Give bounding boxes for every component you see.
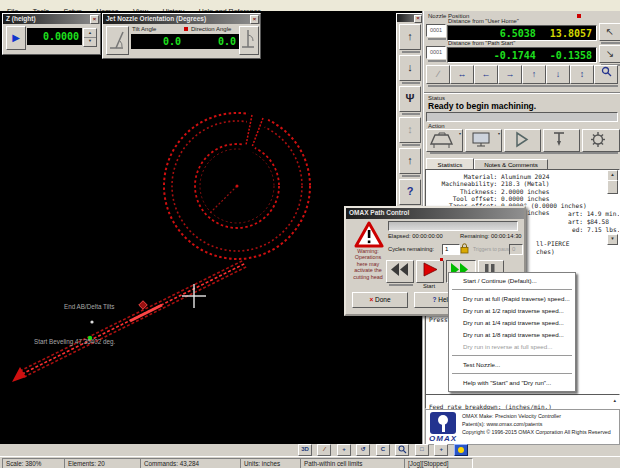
omax-wordmark: OMAX xyxy=(429,434,457,443)
magnifier-icon xyxy=(601,66,612,77)
zoom-button[interactable] xyxy=(395,444,409,456)
jog-diagonal-button[interactable]: ∕ xyxy=(426,65,450,84)
home-distance-label: Distance from "User Home" xyxy=(448,18,519,24)
tilt-angle-label: Tilt Angle xyxy=(132,26,156,32)
change-path-setup-button[interactable]: ▾ xyxy=(465,129,502,152)
jog-xy-button[interactable]: ↔ xyxy=(450,65,474,84)
tilt-angle-readout: 0.0 xyxy=(131,34,187,49)
path-control-title[interactable]: OMAX Path Control xyxy=(346,208,524,219)
nozzle-down-button[interactable]: ↓ xyxy=(399,55,421,81)
stat-material: Material: Aluminum 2024 xyxy=(434,173,619,180)
jog-updown-button[interactable]: ↕ xyxy=(570,65,594,84)
menu-item-dry-run-eighth[interactable]: Dry run at 1/8 rapid traverse speed... xyxy=(449,329,575,341)
stats-fragment: art: $84.58 xyxy=(568,218,609,225)
scrollbar-thumb[interactable] xyxy=(607,180,618,194)
palette-help-button[interactable]: ? xyxy=(399,179,421,205)
end-tilt-marker xyxy=(90,320,93,323)
close-icon[interactable]: × xyxy=(414,15,422,23)
jog-left-button[interactable]: ← xyxy=(474,65,498,84)
direction-diagram-icon xyxy=(240,27,256,52)
statusbar-units: Units: inches xyxy=(240,458,301,468)
action-button-row: ▾ ▾ xyxy=(426,129,620,155)
menu-item-start-continue[interactable]: Start / Continue (Default)... xyxy=(449,275,575,287)
start-alert-dot xyxy=(440,258,443,261)
scrollbar-down-button[interactable]: ▼ xyxy=(607,234,618,245)
jog-up-button[interactable]: ↑ xyxy=(522,65,546,84)
pan-button[interactable]: + xyxy=(337,444,351,456)
dialog-warning-text: Warning: Operations here may activate th… xyxy=(348,248,388,280)
cycles-remaining-input[interactable]: 1 xyxy=(442,244,460,255)
active-tool-button[interactable] xyxy=(454,444,468,456)
statusbar-path-limits: Path-within cell limits xyxy=(300,458,405,468)
settings-button[interactable] xyxy=(582,129,620,152)
close-icon[interactable]: × xyxy=(90,15,99,24)
nozzle-orientation-panel: Jet Nozzle Orientation (Degrees) × Tilt … xyxy=(102,13,261,59)
begin-machining-button[interactable] xyxy=(504,129,541,152)
direction-diagram-button[interactable] xyxy=(239,26,259,55)
z-move-button[interactable]: ▶ xyxy=(6,26,26,50)
nozzle-test-button[interactable]: Ψ xyxy=(399,86,421,112)
goto-home-button[interactable]: ↖ xyxy=(599,23,620,41)
menu-item-dry-run-full[interactable]: Dry run at full (Rapid traverse) speed..… xyxy=(449,293,575,305)
computer-icon xyxy=(466,130,496,149)
raise-nozzle-button[interactable]: ↑ xyxy=(399,148,421,174)
nozzle-icon xyxy=(544,130,574,149)
tilt-diagram-button[interactable] xyxy=(106,26,129,55)
start-context-menu: Start / Continue (Default)... Dry run at… xyxy=(448,272,576,392)
menu-item-test-nozzle[interactable]: Test Nozzle... xyxy=(449,359,575,371)
start-bevel-label: Start Beveling 47.35402 deg. xyxy=(34,338,115,345)
nozzle-up-button[interactable]: ↑ xyxy=(399,24,421,50)
zoom-window-button[interactable]: □ xyxy=(415,444,429,456)
menu-item-help-start[interactable]: Help with "Start" and "Dry run"... xyxy=(449,377,575,389)
step-back-button[interactable] xyxy=(386,260,414,283)
cycles-remaining-label: Cycles remaining: xyxy=(388,246,434,252)
home-distance-readout: 6.5038 13.8057 xyxy=(447,25,597,41)
zoom-position-button[interactable] xyxy=(594,65,618,84)
menu-item-dry-run-half[interactable]: Dry run at 1/2 rapid traverse speed... xyxy=(449,305,575,317)
menu-item-dry-run-quarter[interactable]: Dry run at 1/4 rapid traverse speed... xyxy=(449,317,575,329)
collapse-icon[interactable]: ▴ xyxy=(613,397,616,403)
pump-test-button[interactable]: ▾ xyxy=(426,129,463,152)
jog-down-button[interactable]: ↓ xyxy=(546,65,570,84)
z-height-spinner[interactable]: ▲▼ xyxy=(83,28,97,47)
stats-fragment: ches) xyxy=(536,248,555,255)
pathstart-x-value: -0.1744 xyxy=(494,50,536,61)
tilt-diagram-icon xyxy=(107,27,126,52)
fit-view-button[interactable]: + xyxy=(434,444,448,456)
goto-path-start-button[interactable]: ↘ xyxy=(599,45,620,63)
statusbar-elements: Elements: 20 xyxy=(64,458,141,468)
path-direction-arrow xyxy=(12,367,26,382)
statusbar-commands: Commands: 43,284 xyxy=(140,458,241,468)
triggers-to-pause-input: 0 xyxy=(509,244,523,255)
end-tilt-label: End AB/Delta Tilts xyxy=(64,303,114,310)
start-button[interactable] xyxy=(416,260,444,283)
rotate-view-button[interactable]: ↺ xyxy=(356,444,370,456)
omax-logo xyxy=(430,412,456,434)
question-icon: ? xyxy=(432,296,436,303)
pathstart-distance-readout: -0.1744 -0.1358 xyxy=(447,47,597,63)
stat-thickness: Thickness: 2.0000 inches xyxy=(434,188,619,195)
auto-height-button[interactable]: ↕ xyxy=(399,117,421,143)
rewind-icon xyxy=(387,261,411,278)
branding-block: OMAX OMAX Make: Precision Velocity Contr… xyxy=(425,409,620,445)
home-counter: 0001 xyxy=(426,24,446,37)
omax-make-window: { "window": { "menu": ["File","Tools","S… xyxy=(0,0,620,468)
elapsed-label: Elapsed: xyxy=(388,233,411,239)
home-x-value: 6.5038 xyxy=(500,28,536,39)
status-progressbar xyxy=(426,112,618,122)
pathstart-y-value: -0.1358 xyxy=(550,50,592,61)
close-icon[interactable]: × xyxy=(250,15,259,24)
nozzle-action-button[interactable] xyxy=(543,129,580,152)
annotate-button[interactable]: ∕ xyxy=(317,444,331,456)
remaining-label: Remaining: xyxy=(460,233,489,239)
feed-rate-row[interactable]: Feed rate breakdown: (inches/min.) ▴ xyxy=(425,394,620,409)
statusbar-jog-state: [Jog][Stopped] xyxy=(404,458,473,468)
stat-machineability: Machineability: 218.3 (Metal) xyxy=(434,180,619,187)
done-button[interactable]: × Done xyxy=(352,292,408,308)
padlock-icon[interactable] xyxy=(460,243,469,254)
contour-button[interactable]: C xyxy=(376,444,390,456)
view-3d-button[interactable]: 3D xyxy=(298,444,312,456)
menu-item-dry-run-reverse: Dry run in reverse at full speed... xyxy=(449,341,575,353)
jog-right-button[interactable]: → xyxy=(498,65,522,84)
position-alert-dot xyxy=(577,14,581,18)
